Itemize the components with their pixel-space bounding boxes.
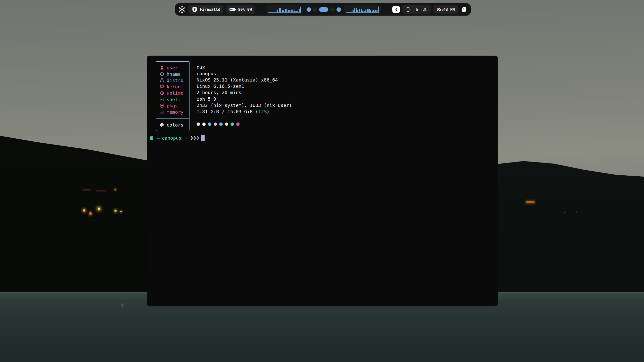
- graph-bar: [362, 11, 363, 13]
- cpu-graph[interactable]: [266, 5, 303, 14]
- fastfetch-label: memory: [167, 109, 183, 115]
- graph-bar: [274, 12, 275, 13]
- graph-bar: [283, 10, 284, 13]
- graph-bar: [295, 11, 296, 13]
- workspace-indicators: [307, 7, 341, 12]
- battery-pill[interactable]: 80% 0W: [226, 5, 255, 14]
- clock-pill[interactable]: 05:43 PM: [433, 5, 458, 14]
- bar-right-group: 05:43 PM: [392, 5, 468, 14]
- workspace-3-active[interactable]: [319, 7, 328, 12]
- fastfetch-row-kernel: kernel: [156, 84, 189, 90]
- bluetooth-icon: [393, 7, 399, 12]
- graph-bar: [372, 11, 373, 13]
- chevron-right-icon: [197, 136, 199, 140]
- fastfetch-colors-row: colors: [156, 118, 189, 131]
- graph-bar: [300, 7, 301, 13]
- wallpaper-light: [121, 303, 124, 308]
- bar-center-group: [266, 5, 381, 14]
- wallpaper-light: [115, 210, 117, 212]
- penguin-icon: [159, 78, 164, 83]
- battery-text: 80% 0W: [238, 7, 252, 12]
- wallpaper-light: [98, 208, 100, 210]
- chevron-right-icon: [191, 136, 193, 140]
- clock-icon: [159, 91, 164, 96]
- graph-bar: [289, 10, 290, 13]
- fastfetch-row-pkgs: pkgs: [156, 103, 189, 109]
- workspace-4-empty[interactable]: [330, 7, 335, 12]
- graph-bar: [357, 10, 358, 13]
- scissors-icon[interactable]: [423, 7, 428, 12]
- palette-dot: [236, 123, 240, 126]
- mem-graph[interactable]: [344, 5, 381, 14]
- graph-bar: [349, 12, 350, 13]
- palette-icon: [159, 122, 164, 127]
- laptop-icon: [159, 84, 164, 89]
- prompt-host: canopus: [162, 135, 181, 141]
- shell-prompt: → canopus ~: [149, 135, 498, 141]
- graph-bar: [280, 8, 281, 13]
- bar-left-group: Firewalld 80% 0W: [178, 5, 255, 14]
- workspace-1-occupied[interactable]: [307, 7, 311, 12]
- flame-icon[interactable]: [414, 7, 419, 12]
- wallpaper-light: [564, 212, 565, 213]
- graph-bar: [286, 9, 287, 13]
- fastfetch-label: user: [167, 65, 178, 70]
- fastfetch-row-hname: hname: [156, 71, 189, 77]
- graph-bar: [354, 8, 355, 13]
- fastfetch-label: kernel: [167, 84, 183, 89]
- fastfetch-label: shell: [167, 97, 181, 102]
- graph-bar: [365, 10, 366, 13]
- graph-bar: [277, 10, 278, 13]
- wallpaper-light: [576, 211, 578, 213]
- wallpaper-light: [120, 211, 122, 212]
- circle-icon: [159, 72, 164, 77]
- colors-label: colors: [167, 122, 183, 128]
- graph-bar: [370, 10, 371, 13]
- terminal-icon: [159, 97, 164, 102]
- ghost-icon[interactable]: [461, 6, 468, 13]
- fastfetch-box: userhnamedistrokerneluptimeshellpkgsmemo…: [156, 61, 190, 131]
- graph-bar: [285, 9, 286, 13]
- fastfetch-value-hname: canopus: [197, 70, 292, 77]
- firewall-pill[interactable]: Firewalld: [188, 5, 223, 14]
- phone-icon[interactable]: [405, 7, 411, 12]
- graph-bar: [378, 7, 379, 13]
- nix-snowflake-icon[interactable]: [178, 6, 186, 13]
- fastfetch-value-uptime: 2 hours, 20 mins: [197, 89, 292, 96]
- graph-bar: [359, 9, 360, 13]
- graph-bar: [364, 11, 365, 13]
- wallpaper-light: [96, 190, 106, 191]
- status-bar: Firewalld 80% 0W: [175, 3, 471, 16]
- prompt-arrow: →: [157, 135, 160, 141]
- firewall-label: Firewalld: [200, 7, 220, 12]
- fastfetch-row-uptime: uptime: [156, 90, 189, 96]
- terminal-cursor: [201, 135, 205, 141]
- terminal-window[interactable]: userhnamedistrokerneluptimeshellpkgsmemo…: [147, 56, 498, 306]
- workspace-2-empty[interactable]: [313, 7, 317, 12]
- fastfetch-label: hname: [167, 71, 181, 77]
- graph-bar: [270, 12, 271, 13]
- chevron-right-icon: [194, 136, 196, 140]
- fastfetch-row-memory: memory: [156, 109, 189, 115]
- graph-bar: [346, 12, 347, 13]
- fastfetch-value-shell: zsh 5.9: [197, 96, 292, 102]
- palette-dot: [208, 123, 211, 126]
- bluetooth-button[interactable]: [392, 6, 400, 13]
- memory-icon: [159, 109, 164, 114]
- fastfetch-values: tuxcanopusNixOS 25.11 (Xantusia) x86_64L…: [197, 61, 292, 126]
- palette-dot: [231, 123, 234, 126]
- graph-bar: [291, 10, 292, 13]
- wallpaper-light: [115, 189, 116, 190]
- graph-bar: [351, 12, 352, 13]
- graph-bar: [294, 11, 295, 13]
- terminal-palette-dots: [197, 123, 292, 126]
- prompt-chevrons: [191, 136, 200, 140]
- graph-bar: [368, 9, 369, 13]
- palette-dot: [225, 123, 229, 126]
- graph-bar: [356, 8, 357, 13]
- workspace-5-occupied[interactable]: [336, 7, 341, 12]
- graph-bar: [276, 12, 277, 13]
- fastfetch-value-kernel: Linux 6.16.5-zen1: [197, 83, 292, 89]
- palette-dot: [202, 123, 206, 126]
- shield-wifi-icon: [192, 6, 198, 13]
